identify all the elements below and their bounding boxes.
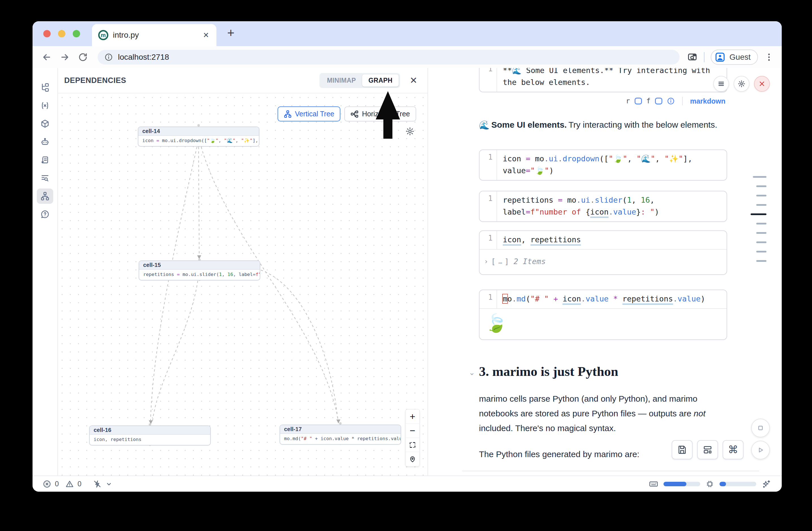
ai-sparkles-icon[interactable] bbox=[762, 479, 771, 489]
notebook-menu-button[interactable] bbox=[713, 76, 729, 92]
url-bar[interactable]: localhost:2718 bbox=[98, 50, 680, 64]
variables-icon bbox=[41, 101, 49, 110]
code-editor[interactable]: icon, repetitions bbox=[497, 231, 727, 249]
minimap-cell-marker[interactable] bbox=[756, 195, 766, 197]
slider-code-cell[interactable]: 1 repetitions = mo.ui.slider(1, 16,label… bbox=[479, 191, 727, 222]
forward-icon[interactable] bbox=[59, 51, 71, 63]
graph-node-code: mo.md("# " + icon.value * repetitions.va… bbox=[280, 434, 401, 444]
minimize-window-button[interactable] bbox=[58, 30, 66, 37]
graph-tab[interactable]: GRAPH bbox=[362, 74, 398, 87]
site-info-icon[interactable] bbox=[104, 53, 113, 61]
keyboard-icon[interactable] bbox=[649, 479, 658, 489]
dependency-graph-canvas[interactable]: cell-14 icon = mo.ui.dropdown(["🍃", "🌊",… bbox=[58, 94, 427, 475]
graph-node-cell-15[interactable]: cell-15 repetitions = mo.ui.slider(1, 16… bbox=[139, 260, 260, 281]
status-left: 0 0 bbox=[43, 480, 113, 488]
graph-settings-gear-icon[interactable] bbox=[405, 127, 415, 137]
items-count-label: 2 Items bbox=[513, 257, 546, 266]
browser-tab[interactable]: m intro.py ✕ bbox=[92, 24, 216, 46]
tab-title: intro.py bbox=[113, 31, 202, 40]
notebook-settings-button[interactable] bbox=[734, 76, 750, 92]
cell-info-icon[interactable] bbox=[667, 97, 675, 105]
maximize-window-button[interactable] bbox=[73, 30, 80, 37]
code-editor[interactable]: repetitions = mo.ui.slider(1, 16,label=f… bbox=[497, 191, 727, 221]
chevron-down-icon[interactable] bbox=[105, 480, 113, 488]
clipped-cell-border bbox=[462, 471, 759, 471]
cell-minimap[interactable] bbox=[751, 176, 766, 262]
dependencies-title: DEPENDENCIES bbox=[64, 76, 126, 85]
tab-close-icon[interactable]: ✕ bbox=[202, 30, 210, 41]
md-call-code-cell[interactable]: 1 mo.md("# " + icon.value * repetitions.… bbox=[479, 290, 727, 340]
graph-node-cell-14[interactable]: cell-14 icon = mo.ui.dropdown(["🍃", "🌊",… bbox=[138, 127, 259, 147]
sidebar-item-logs[interactable] bbox=[37, 152, 53, 168]
tab-search-icon[interactable] bbox=[687, 52, 698, 62]
reload-icon[interactable] bbox=[77, 51, 89, 63]
minimap-cell-marker[interactable] bbox=[756, 232, 766, 234]
dropdown-code-cell[interactable]: 1 icon = mo.ui.dropdown(["🍃", "🌊", "✨"],… bbox=[479, 149, 727, 181]
vertical-tree-icon bbox=[284, 110, 292, 118]
browser-tabstrip: m intro.py ✕ + bbox=[32, 21, 782, 46]
graph-node-cell-16[interactable]: cell-16 icon, repetitions bbox=[89, 426, 211, 446]
back-icon[interactable] bbox=[41, 51, 53, 63]
minimap-cell-marker[interactable] bbox=[756, 223, 766, 225]
collapse-section-chevron-icon[interactable]: ⌄ bbox=[469, 368, 475, 377]
warning-count[interactable]: 0 bbox=[77, 480, 82, 488]
tuple-code-cell[interactable]: 1 icon, repetitions › [ … ] 2 Items bbox=[479, 230, 727, 275]
fit-view-button[interactable] bbox=[406, 438, 419, 452]
minimap-cell-marker[interactable] bbox=[756, 204, 766, 206]
errors-icon[interactable] bbox=[43, 480, 51, 488]
sidebar-item-dependency-graph[interactable] bbox=[37, 188, 53, 204]
app-content: DEPENDENCIES MINIMAP GRAPH ✕ bbox=[32, 68, 782, 475]
minimap-cell-marker[interactable] bbox=[756, 260, 766, 262]
code-editor[interactable]: **🌊 Some UI elements.** Try interacting … bbox=[497, 68, 727, 92]
expand-output-icon[interactable]: › bbox=[484, 258, 488, 266]
profile-button[interactable]: Guest bbox=[711, 49, 758, 65]
sidebar-item-variables[interactable] bbox=[37, 98, 53, 113]
status-bar: 0 0 bbox=[32, 475, 782, 492]
minimap-cell-marker[interactable] bbox=[756, 185, 766, 187]
sidebar-item-ai-chat[interactable] bbox=[37, 134, 53, 149]
warnings-icon[interactable] bbox=[66, 480, 74, 488]
run-all-button[interactable] bbox=[751, 441, 770, 459]
minimap-cell-marker[interactable] bbox=[756, 241, 766, 243]
autorun-disabled-icon[interactable] bbox=[93, 480, 102, 488]
stop-kernel-button[interactable] bbox=[751, 419, 770, 437]
code-editor[interactable]: icon = mo.ui.dropdown(["🍃", "🌊", "✨"],va… bbox=[497, 150, 727, 180]
minimap-tab[interactable]: MINIMAP bbox=[321, 74, 362, 87]
format-toggle-checkbox[interactable] bbox=[655, 98, 662, 104]
shutdown-button[interactable] bbox=[754, 76, 770, 92]
close-x-icon bbox=[758, 80, 766, 87]
run-toggle-checkbox[interactable] bbox=[635, 98, 642, 104]
sidebar-item-snippets[interactable] bbox=[37, 170, 53, 186]
minimap-cell-marker[interactable] bbox=[756, 251, 766, 253]
tuple-output[interactable]: › [ … ] 2 Items bbox=[480, 250, 727, 274]
markdown-source-cell[interactable]: 1 **🌊 Some UI elements.** Try interactin… bbox=[479, 68, 727, 92]
graph-node-cell-17[interactable]: cell-17 mo.md("# " + icon.value * repeti… bbox=[279, 425, 401, 445]
vertical-tree-button[interactable]: Vertical Tree bbox=[278, 106, 340, 121]
keyboard-shortcuts-button[interactable]: ⌘ bbox=[723, 440, 743, 459]
sidebar-item-packages[interactable] bbox=[37, 116, 53, 131]
app-sidebar bbox=[32, 68, 58, 475]
locate-node-button[interactable] bbox=[406, 452, 419, 466]
sidebar-item-file-explorer[interactable] bbox=[37, 80, 53, 95]
browser-menu-icon[interactable] bbox=[764, 52, 774, 62]
sidebar-item-help[interactable] bbox=[37, 206, 53, 222]
zoom-in-button[interactable]: + bbox=[406, 410, 419, 424]
graph-zoom-controls: + − bbox=[405, 409, 420, 467]
minimap-cell-marker[interactable] bbox=[753, 176, 766, 178]
line-number: 1 bbox=[480, 231, 497, 249]
line-number: 1 bbox=[480, 290, 497, 308]
cell-language-label[interactable]: markdown bbox=[690, 97, 725, 105]
new-tab-button[interactable]: + bbox=[227, 26, 234, 40]
zoom-out-button[interactable]: − bbox=[406, 424, 419, 438]
layout-toggle-button[interactable] bbox=[697, 440, 718, 459]
close-window-button[interactable] bbox=[43, 30, 50, 37]
robot-icon bbox=[41, 137, 49, 146]
close-panel-icon[interactable]: ✕ bbox=[410, 76, 417, 85]
markdown-output: 🌊 Some UI elements. Try interacting with… bbox=[479, 118, 727, 131]
graph-node-title: cell-14 bbox=[139, 127, 259, 136]
code-editor[interactable]: mo.md("# " + icon.value * repetitions.va… bbox=[497, 290, 727, 308]
save-button[interactable] bbox=[672, 440, 693, 459]
minimap-cell-marker[interactable] bbox=[751, 213, 766, 215]
error-count[interactable]: 0 bbox=[55, 480, 59, 488]
horizontal-tree-button[interactable]: Horizontal Tree bbox=[344, 106, 416, 121]
